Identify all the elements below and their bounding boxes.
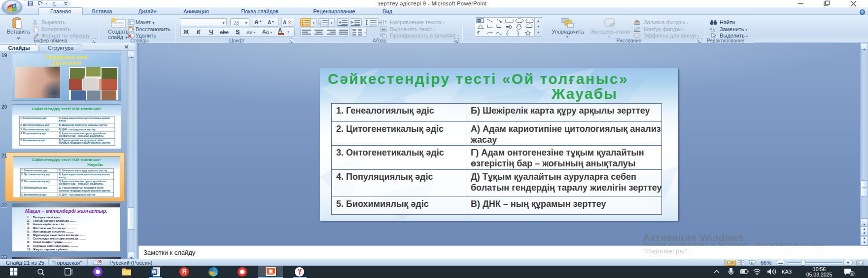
svg-text:А: А xyxy=(283,20,286,25)
svg-text:5: 5 xyxy=(851,272,853,276)
svg-text:c: c xyxy=(713,27,715,30)
svg-text:a: a xyxy=(710,27,712,30)
svg-text:3: 3 xyxy=(319,24,321,27)
